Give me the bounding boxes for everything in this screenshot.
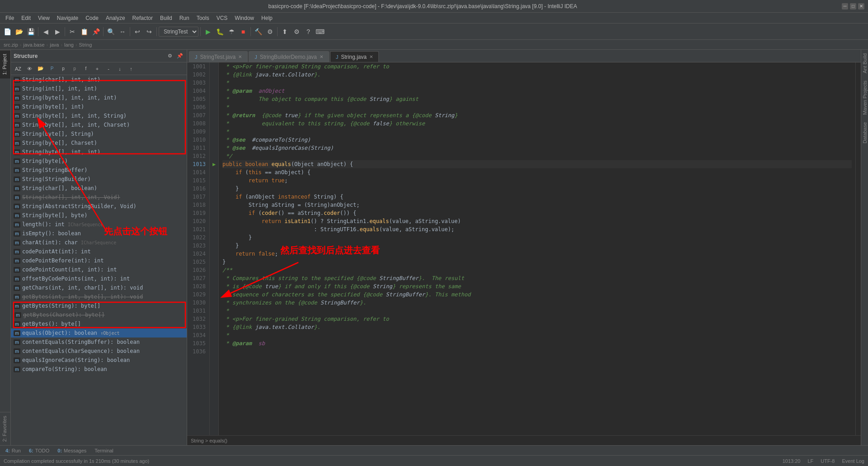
toolbar-run[interactable]: ▶: [203, 26, 213, 37]
menu-tools[interactable]: Tools: [193, 14, 213, 22]
toolbar-redo[interactable]: ↪: [144, 26, 155, 37]
tab-close-icon[interactable]: ✕: [369, 54, 373, 59]
toolbar-back[interactable]: ◀: [40, 26, 51, 37]
side-label-database[interactable]: Database: [861, 119, 868, 147]
struct-item-13[interactable]: m String(char[], int, int, Void): [11, 193, 187, 202]
breadcrumb-string[interactable]: String: [79, 42, 92, 48]
menu-help[interactable]: Help: [258, 14, 276, 22]
struct-item-4[interactable]: m String(byte[], int, int, String): [11, 111, 187, 120]
bottom-tab-todo[interactable]: 6: TODO: [25, 447, 53, 455]
struct-item-8[interactable]: m String(byte[], int, int): [11, 147, 187, 157]
toolbar-debug[interactable]: 🐛: [214, 26, 225, 37]
status-line-col[interactable]: 1013:20: [783, 458, 801, 464]
struct-item-contentequals-cs[interactable]: m contentEquals(CharSequence): boolean: [11, 347, 187, 356]
struct-filter-fields[interactable]: f: [80, 63, 91, 74]
struct-item-5[interactable]: m String(byte[], int, int, Charset): [11, 120, 187, 129]
menu-vcs[interactable]: VCS: [213, 14, 231, 22]
menu-analyze[interactable]: Analyze: [102, 14, 129, 22]
struct-item-equalsignorecase[interactable]: m equalsIgnoreCase(String): boolean: [11, 356, 187, 365]
menu-view[interactable]: View: [34, 14, 53, 22]
struct-item-getbytes[interactable]: m getBytes(): byte[]: [11, 319, 187, 328]
struct-item-15[interactable]: m String(byte[], byte): [11, 211, 187, 220]
struct-item-6[interactable]: m String(byte[], String): [11, 129, 187, 138]
menu-file[interactable]: File: [2, 14, 18, 22]
struct-item-10[interactable]: m String(StringBuffer): [11, 166, 187, 175]
toolbar-save[interactable]: 💾: [25, 26, 36, 37]
structure-settings[interactable]: ⚙: [166, 52, 174, 60]
toolbar-paste[interactable]: 📌: [90, 26, 101, 37]
code-content[interactable]: * <p>For finer-grained String comparison…: [219, 62, 855, 435]
struct-collapse-all[interactable]: -: [103, 63, 114, 74]
toolbar-vcs[interactable]: ⬆: [279, 26, 290, 37]
bottom-tab-messages[interactable]: 0: Messages: [54, 447, 90, 455]
struct-item-1[interactable]: m String(int[], int, int): [11, 84, 187, 93]
toolbar-copy[interactable]: 📋: [79, 26, 90, 37]
struct-item-compareto[interactable]: m compareTo(String): boolean: [11, 365, 187, 374]
structure-pin[interactable]: 📌: [176, 52, 184, 60]
toolbar-stop[interactable]: ■: [238, 26, 249, 37]
tab-stringtest[interactable]: J StringTest.java ✕: [189, 51, 248, 62]
struct-sort-visibility[interactable]: 👁: [24, 63, 35, 74]
struct-item-11[interactable]: m String(StringBuilder): [11, 175, 187, 184]
struct-item-9[interactable]: m String(byte[]): [11, 157, 187, 166]
toolbar-rebuild[interactable]: ⚙: [264, 26, 275, 37]
toolbar-keymap[interactable]: ⌨: [315, 26, 326, 37]
struct-expand[interactable]: 📂: [35, 63, 46, 74]
editor-scrollbar[interactable]: [855, 62, 861, 435]
struct-item-getbytes-charset[interactable]: m getBytes(Charset): byte[]: [11, 310, 187, 319]
breadcrumb-java[interactable]: java: [50, 42, 59, 48]
breadcrumb-srczip[interactable]: src.zip: [4, 42, 18, 48]
tab-string[interactable]: J String.java ✕: [330, 51, 379, 62]
run-config-dropdown[interactable]: StringTest: [159, 27, 198, 37]
struct-filter-public[interactable]: P: [47, 63, 57, 74]
breadcrumb-lang[interactable]: lang: [64, 42, 74, 48]
menu-edit[interactable]: Edit: [18, 14, 34, 22]
struct-item-contentequals-sb[interactable]: m contentEquals(StringBuffer): boolean: [11, 338, 187, 347]
toolbar-undo[interactable]: ↩: [132, 26, 143, 37]
menu-run[interactable]: Run: [176, 14, 193, 22]
struct-item-length[interactable]: m length(): int ICharSequence: [11, 220, 187, 229]
struct-filter-protected[interactable]: p: [58, 63, 69, 74]
toolbar-cut[interactable]: ✂: [67, 26, 78, 37]
menu-refactor[interactable]: Refactor: [129, 14, 156, 22]
menu-window[interactable]: Window: [231, 14, 258, 22]
struct-item-offsetbycp[interactable]: m offsetByCodePoints(int, int): int: [11, 274, 187, 283]
struct-item-2[interactable]: m String(byte[], int, int, int): [11, 93, 187, 102]
struct-expand-all[interactable]: +: [92, 63, 103, 74]
vtab-favorites[interactable]: 2: Favorites: [0, 412, 10, 445]
struct-item-7[interactable]: m String(byte[], Charset): [11, 138, 187, 147]
breadcrumb-javabase[interactable]: java.base: [23, 42, 44, 48]
bottom-tab-terminal[interactable]: Terminal: [91, 447, 117, 455]
tab-close-icon[interactable]: ✕: [238, 54, 242, 59]
struct-item-0[interactable]: m String(char[], int, int): [11, 75, 187, 84]
struct-item-codepointcount[interactable]: m codePointCount(int, int): int: [11, 265, 187, 274]
struct-sort-alpha[interactable]: AZ: [13, 63, 24, 74]
struct-item-3[interactable]: m String(byte[], int): [11, 102, 187, 111]
status-encoding[interactable]: UTF-8: [821, 458, 835, 464]
toolbar-open[interactable]: 📂: [14, 26, 24, 37]
menu-code[interactable]: Code: [82, 14, 102, 22]
gutter-runnable-icon[interactable]: ▶: [212, 160, 216, 168]
side-label-antibuild[interactable]: Ant Build: [861, 50, 868, 77]
status-event-log[interactable]: Event Log: [842, 458, 864, 464]
maximize-button[interactable]: □: [850, 3, 856, 10]
toolbar-settings[interactable]: ⚙: [291, 26, 302, 37]
tab-close-icon[interactable]: ✕: [320, 54, 323, 59]
toolbar-build[interactable]: 🔨: [253, 26, 264, 37]
struct-scroll-to-source[interactable]: ↑: [126, 63, 137, 74]
struct-item-codepointbefore[interactable]: m codePointBefore(int): int: [11, 256, 187, 265]
toolbar-coverage[interactable]: ☂: [226, 26, 237, 37]
struct-scroll-from-source[interactable]: ↓: [114, 63, 125, 74]
toolbar-new[interactable]: 📄: [2, 26, 13, 37]
toolbar-help[interactable]: ?: [303, 26, 314, 37]
struct-item-charat[interactable]: m charAt(int): char ICharSequence: [11, 238, 187, 247]
struct-item-getbytes-dep[interactable]: m getBytes(int, int, byte[], int): void: [11, 292, 187, 301]
toolbar-forward[interactable]: ▶: [52, 26, 63, 37]
menu-build[interactable]: Build: [156, 14, 176, 22]
toolbar-replace[interactable]: ↔: [117, 26, 128, 37]
close-button[interactable]: ✕: [858, 3, 864, 10]
toolbar-find[interactable]: 🔍: [105, 26, 116, 37]
struct-item-codepointat[interactable]: m codePointAt(int): int: [11, 247, 187, 256]
struct-item-14[interactable]: m String(AbstractStringBuilder, Void): [11, 202, 187, 211]
menu-navigate[interactable]: Navigate: [53, 14, 82, 22]
